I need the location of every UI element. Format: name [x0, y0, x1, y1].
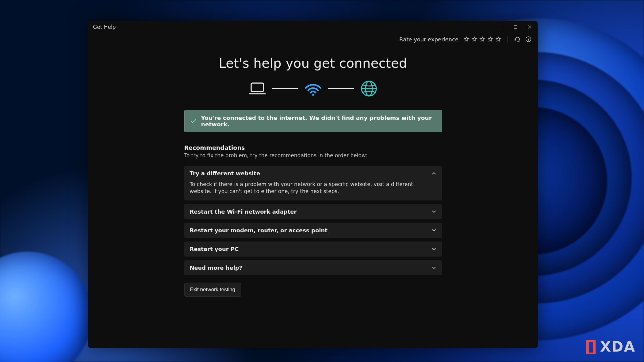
chevron-down-icon [431, 228, 436, 233]
diagram-connector [328, 88, 354, 89]
accordion-body: To check if there is a problem with your… [184, 181, 442, 200]
accordion-header[interactable]: Restart your PC [184, 242, 442, 257]
window-title: Get Help [93, 24, 116, 30]
accordion-item-restart-wifi-adapter: Restart the Wi-Fi network adapter [184, 204, 442, 219]
toolbar: Rate your experience [88, 33, 538, 47]
laptop-icon [248, 81, 266, 96]
recommendations-heading: Recommendations [184, 144, 442, 151]
chevron-down-icon [431, 265, 436, 270]
minimize-button[interactable] [494, 21, 508, 33]
accordion-item-restart-pc: Restart your PC [184, 242, 442, 257]
titlebar[interactable]: Get Help [88, 21, 538, 33]
accordion-header[interactable]: Restart the Wi-Fi network adapter [184, 204, 442, 219]
star-icon[interactable] [487, 36, 493, 42]
wifi-icon [304, 81, 322, 96]
rate-experience-label: Rate your experience [399, 36, 458, 43]
star-icon[interactable] [463, 36, 470, 42]
accordion-title: Restart your modem, router, or access po… [190, 227, 328, 234]
star-icon[interactable] [495, 36, 501, 42]
recommendations-accordion: Try a different website To check if ther… [184, 166, 442, 275]
info-icon [525, 36, 532, 43]
wallpaper-swirl [0, 252, 92, 362]
check-icon [190, 118, 197, 124]
svg-point-7 [528, 38, 529, 38]
window-controls [494, 21, 537, 33]
support-agent-button[interactable] [514, 36, 521, 43]
close-icon [527, 25, 532, 29]
support-agent-icon [514, 36, 521, 43]
recommendations-subtext: To try to fix the problem, try the recom… [184, 152, 442, 158]
xda-watermark: [ ] XDA [585, 337, 635, 356]
chevron-down-icon [431, 209, 436, 214]
accordion-title: Restart the Wi-Fi network adapter [190, 208, 297, 215]
bracket-icon: ] [590, 337, 598, 356]
globe-icon [360, 80, 378, 97]
exit-network-testing-button[interactable]: Exit network testing [184, 283, 241, 297]
accordion-title: Try a different website [190, 170, 260, 177]
accordion-header[interactable]: Try a different website [184, 166, 442, 181]
status-text: You're connected to the internet. We did… [201, 115, 436, 128]
svg-rect-4 [515, 39, 516, 41]
info-button[interactable] [525, 36, 532, 43]
chevron-up-icon [431, 171, 436, 176]
star-icon[interactable] [479, 36, 485, 42]
connectivity-diagram [88, 80, 538, 97]
get-help-window: Get Help Rate your experience [88, 21, 538, 348]
svg-point-11 [312, 94, 314, 96]
minimize-icon [499, 25, 504, 29]
svg-rect-9 [251, 83, 263, 92]
diagram-connector [272, 88, 298, 89]
accordion-header[interactable]: Need more help? [184, 260, 442, 275]
close-button[interactable] [523, 21, 537, 33]
svg-rect-5 [519, 39, 520, 41]
star-icon[interactable] [471, 36, 477, 42]
accordion-title: Restart your PC [190, 246, 239, 252]
chevron-down-icon [431, 246, 436, 251]
xda-text: XDA [600, 338, 635, 355]
rating-stars [463, 36, 501, 42]
status-banner: You're connected to the internet. We did… [184, 110, 442, 132]
page-title: Let's help you get connected [88, 56, 538, 71]
accordion-item-restart-router: Restart your modem, router, or access po… [184, 223, 442, 238]
maximize-button[interactable] [508, 21, 523, 33]
accordion-item-need-more-help: Need more help? [184, 260, 442, 275]
accordion-item-try-different-website: Try a different website To check if ther… [184, 166, 442, 200]
toolbar-separator [508, 36, 508, 43]
accordion-header[interactable]: Restart your modem, router, or access po… [184, 223, 442, 238]
content-area: Let's help you get connected [88, 47, 538, 297]
accordion-title: Need more help? [190, 265, 243, 271]
maximize-icon [513, 25, 518, 29]
svg-rect-1 [514, 25, 517, 29]
